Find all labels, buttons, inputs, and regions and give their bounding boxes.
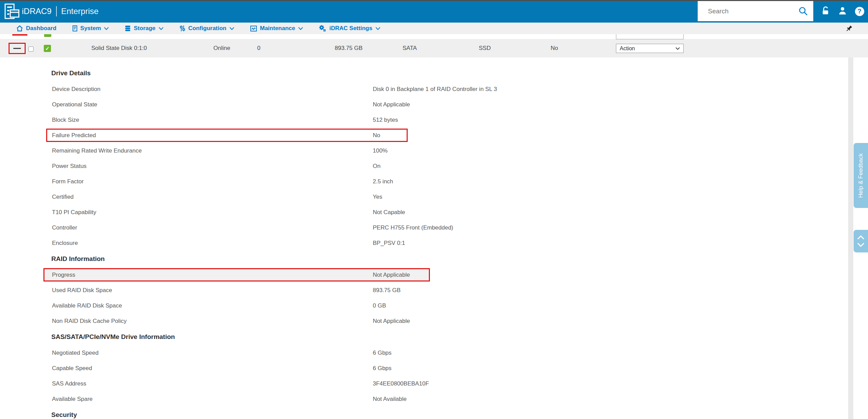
help-icon[interactable]: ? (855, 7, 864, 16)
sliders-icon (180, 25, 185, 31)
home-icon (16, 25, 23, 31)
detail-value: 512 bytes (373, 117, 398, 123)
detail-label: T10 PI Capability (52, 209, 373, 216)
search-icon[interactable] (799, 6, 808, 16)
detail-row: Non RAID Disk Cache PolicyNot Applicable (0, 313, 868, 329)
action-dropdown[interactable]: Action (616, 44, 684, 53)
detail-value: 0 GB (373, 302, 386, 309)
chevron-down-icon (376, 27, 380, 30)
detail-label: Device Description (52, 86, 373, 93)
nav-item-label: System (80, 25, 101, 32)
detail-row: SAS Address3F4EE0800BEBA10F (0, 376, 868, 391)
detail-label: Available Spare (52, 396, 373, 403)
pin-icon[interactable] (845, 25, 853, 34)
detail-value: PERC H755 Front (Embedded) (373, 224, 453, 231)
detail-row: Available RAID Disk Space0 GB (0, 298, 868, 313)
detail-label: SAS Address (52, 380, 373, 387)
top-bar-icons: ? (817, 0, 868, 23)
drive-failure-predicted: No (551, 39, 558, 57)
detail-value: 893.75 GB (373, 287, 400, 294)
chevron-down-icon (298, 27, 303, 30)
detail-row: Remaining Rated Write Endurance100% (0, 143, 868, 158)
user-icon[interactable] (838, 6, 847, 17)
search-box (698, 1, 813, 21)
nav-item-label: Storage (134, 25, 155, 32)
previous-action-select[interactable] (616, 34, 684, 39)
drive-bus-protocol: SATA (403, 39, 417, 57)
detail-value: Yes (373, 194, 382, 200)
scroll-up-icon[interactable] (857, 235, 865, 240)
detail-value: 2.5 inch (373, 178, 393, 185)
status-ok-check-icon: ✓ (44, 45, 51, 52)
section-title: SAS/SATA/PCIe/NVMe Drive Information (0, 329, 868, 345)
detail-label: Controller (52, 224, 373, 231)
drive-slot: 0 (257, 39, 260, 57)
detail-value: On (373, 163, 381, 170)
detail-row: CertifiedYes (0, 189, 868, 205)
nav-item-label: Maintenance (260, 25, 295, 32)
scroll-down-icon[interactable] (857, 243, 865, 247)
chevron-down-icon (229, 27, 234, 30)
drive-name: Solid State Disk 0:1:0 (91, 39, 147, 57)
detail-label: Progress (52, 272, 373, 278)
chevron-down-icon (104, 27, 109, 30)
scrollbar-track[interactable] (848, 57, 853, 419)
storage-icon (125, 25, 131, 31)
drive-capacity: 893.75 GB (327, 39, 363, 57)
product-name: iDRAC9 (22, 6, 52, 16)
detail-value: Not Applicable (373, 318, 410, 325)
detail-label: Form Factor (52, 178, 373, 185)
row-checkbox[interactable] (28, 47, 34, 52)
nav-item-system[interactable]: System (73, 25, 109, 32)
action-dropdown-label: Action (620, 45, 635, 52)
detail-row: Block Size512 bytes (0, 112, 868, 128)
previous-status-ok-icon (44, 34, 51, 37)
nav-item-label: Configuration (188, 25, 226, 32)
detail-label: Used RAID Disk Space (52, 287, 373, 294)
detail-label: Enclosure (52, 240, 373, 247)
detail-label: Non RAID Disk Cache Policy (52, 318, 373, 325)
detail-row: Capable Speed6 Gbps (0, 361, 868, 376)
drive-table-row: ✓ Solid State Disk 0:1:0 Online 0 893.75… (0, 39, 868, 57)
detail-label: Failure Predicted (52, 132, 373, 139)
server-icon (73, 25, 77, 31)
product-brand: iDRAC9 Enterprise (22, 0, 98, 23)
detail-row: Form Factor2.5 inch (0, 174, 868, 189)
drive-media-type: SSD (479, 39, 491, 57)
detail-value: BP_PSV 0:1 (373, 240, 405, 247)
detail-row: Used RAID Disk Space893.75 GB (0, 283, 868, 298)
nav-item-dashboard[interactable]: Dashboard (16, 25, 56, 32)
nav-item-idrac-settings[interactable]: iDRAC Settings (319, 25, 380, 32)
detail-row: Negotiated Speed6 Gbps (0, 345, 868, 361)
section-title: RAID Information (0, 251, 868, 267)
nav-item-configuration[interactable]: Configuration (180, 25, 234, 32)
annotation-box (9, 43, 26, 54)
detail-label: Power Status (52, 163, 373, 170)
details-section: SAS/SATA/PCIe/NVMe Drive InformationNego… (0, 329, 868, 407)
nav-item-maintenance[interactable]: Maintenance (250, 25, 303, 32)
previous-row-strip (0, 34, 868, 39)
product-edition: Enterprise (61, 6, 98, 16)
details-section: Drive DetailsDevice DescriptionDisk 0 in… (0, 65, 868, 251)
detail-label: Operational State (52, 101, 373, 108)
detail-value: No (373, 132, 380, 139)
detail-value: 100% (373, 147, 387, 154)
chevron-down-icon (159, 27, 163, 30)
drive-state: Online (213, 39, 230, 57)
nav-item-storage[interactable]: Storage (125, 25, 163, 32)
detail-value: Not Applicable (373, 101, 410, 108)
search-input[interactable] (698, 7, 799, 15)
section-title: Drive Details (0, 65, 868, 81)
idrac-logo-icon (4, 3, 20, 21)
collapse-row-button[interactable] (13, 48, 21, 49)
top-bar: iDRAC9 Enterprise ? (0, 0, 868, 23)
detail-row: Device DescriptionDisk 0 in Backplane 1 … (0, 81, 868, 97)
detail-value: Disk 0 in Backplane 1 of RAID Controller… (373, 86, 497, 93)
detail-label: Remaining Rated Write Endurance (52, 147, 373, 154)
detail-row: Power StatusOn (0, 158, 868, 174)
help-feedback-tab[interactable]: Help & Feedback (854, 143, 868, 208)
gear-icon (319, 25, 326, 32)
unlock-icon[interactable] (821, 6, 830, 17)
detail-label: Capable Speed (52, 365, 373, 372)
detail-value: 6 Gbps (373, 350, 392, 356)
